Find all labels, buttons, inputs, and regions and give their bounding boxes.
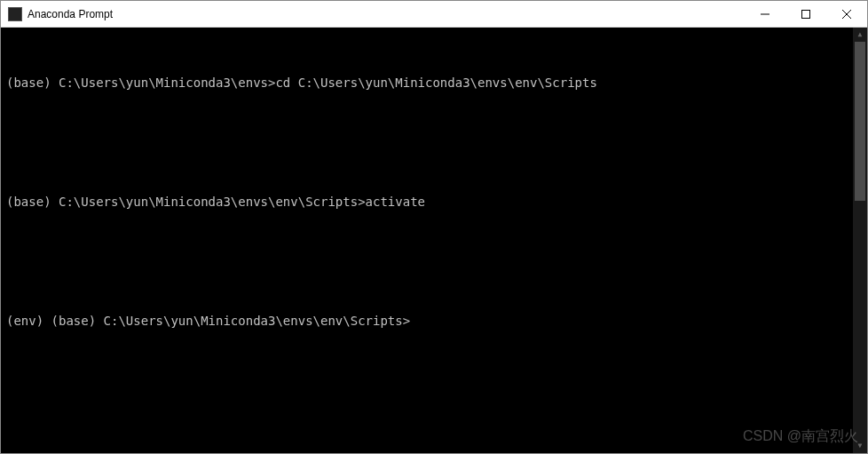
scrollbar-track[interactable]	[853, 42, 867, 439]
svg-rect-1	[802, 10, 810, 18]
window-controls	[745, 1, 867, 27]
anaconda-prompt-window: Anaconda Prompt (base) C:\Users\yun\Mini…	[0, 0, 868, 454]
maximize-button[interactable]	[785, 1, 826, 27]
app-icon	[8, 7, 22, 21]
scrollbar-thumb[interactable]	[855, 42, 865, 201]
minimize-button[interactable]	[745, 1, 785, 27]
terminal-line: (env) (base) C:\Users\yun\Miniconda3\env…	[6, 311, 862, 331]
scroll-up-arrow[interactable]: ▲	[853, 28, 867, 42]
vertical-scrollbar[interactable]: ▲ ▼	[853, 28, 867, 453]
terminal-area[interactable]: (base) C:\Users\yun\Miniconda3\envs>cd C…	[1, 28, 867, 453]
terminal-line	[6, 132, 862, 152]
watermark-text: CSDN @南宫烈火	[743, 425, 858, 448]
close-button[interactable]	[826, 1, 867, 27]
scroll-down-arrow[interactable]: ▼	[853, 439, 867, 453]
terminal-line	[6, 251, 862, 271]
titlebar[interactable]: Anaconda Prompt	[1, 1, 867, 28]
terminal-line: (base) C:\Users\yun\Miniconda3\envs\env\…	[6, 192, 862, 211]
window-title: Anaconda Prompt	[28, 8, 113, 20]
terminal-line: (base) C:\Users\yun\Miniconda3\envs>cd C…	[6, 73, 862, 92]
